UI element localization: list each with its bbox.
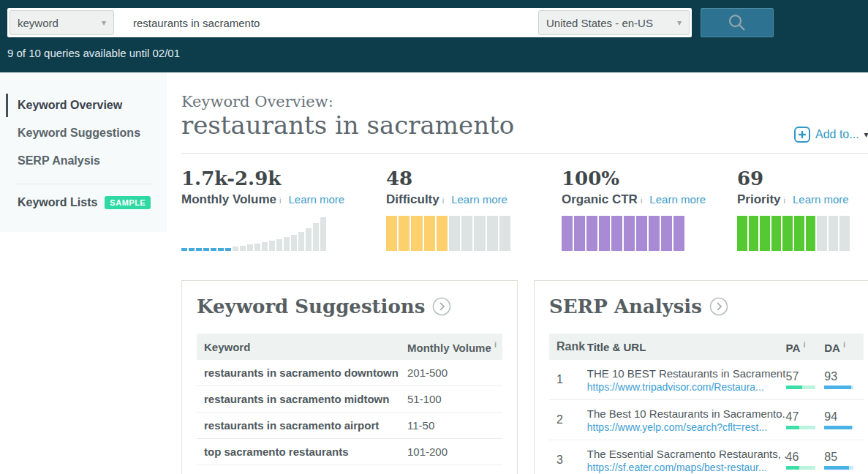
da-bar-fill xyxy=(824,385,851,389)
da-value: 94 xyxy=(824,410,864,424)
main-content: Keyword Overview: restaurants in sacrame… xyxy=(167,72,868,474)
da-bar xyxy=(824,426,853,429)
sidebar-item-keyword-suggestions[interactable]: Keyword Suggestions xyxy=(0,119,167,147)
serp-table-header: Rank Title & URL PA i DA i xyxy=(549,334,864,360)
pa-bar-fill xyxy=(786,466,799,470)
suggestion-volume: 101-200 xyxy=(407,445,502,458)
sidebar-divider xyxy=(15,184,152,184)
serp-result-url[interactable]: https://sf.eater.com/maps/best-restaur..… xyxy=(587,461,786,474)
learn-more-link[interactable]: Learn more xyxy=(793,193,849,206)
suggestion-keyword[interactable]: restaurants in sacramento airport xyxy=(197,419,407,432)
suggestions-table-body: restaurants in sacramento downtown201-50… xyxy=(197,360,502,465)
metric-value: 1.7k-2.9k xyxy=(181,168,344,189)
histogram-bar xyxy=(254,244,260,251)
search-type-select[interactable]: keyword ▾ xyxy=(10,10,114,35)
metric-chart xyxy=(386,216,510,251)
metric-label-row: Monthly VolumeiLearn more xyxy=(181,192,344,207)
suggestion-volume: 201-500 xyxy=(407,366,502,379)
serp-title-url: The Essential Sacramento Restaurants, ..… xyxy=(587,447,786,474)
serp-table-body: 1THE 10 BEST Restaurants in Sacrament...… xyxy=(549,360,864,474)
suggestion-keyword[interactable]: restaurants in sacramento downtown xyxy=(197,366,407,379)
metric-label-row: PriorityiLearn more xyxy=(737,192,850,207)
open-panel-chevron-icon[interactable] xyxy=(709,297,728,316)
segment-bar xyxy=(806,216,816,251)
info-icon[interactable]: i xyxy=(784,196,785,205)
suggestion-row: restaurants in sacramento airport11-50 xyxy=(197,413,502,439)
serp-pa: 46 xyxy=(786,451,825,470)
segment-bar xyxy=(817,216,827,251)
open-panel-chevron-icon[interactable] xyxy=(432,297,451,316)
plus-icon xyxy=(794,127,810,143)
serp-pa: 57 xyxy=(786,370,825,389)
info-icon[interactable]: i xyxy=(803,340,805,349)
info-icon[interactable]: i xyxy=(843,340,845,349)
col-da: DA i xyxy=(824,340,864,354)
pa-value: 47 xyxy=(786,410,825,424)
search-input[interactable] xyxy=(126,10,535,35)
search-button[interactable] xyxy=(701,8,774,37)
histogram-bar xyxy=(181,248,187,251)
learn-more-link[interactable]: Learn more xyxy=(649,193,706,206)
suggestion-volume: 51-100 xyxy=(407,393,502,405)
col-pa: PA i xyxy=(786,340,825,354)
metric-priority: 69PriorityiLearn more xyxy=(737,168,850,251)
metric-chart xyxy=(562,216,684,251)
metric-label: Difficulty xyxy=(386,192,439,207)
segment-bar xyxy=(424,216,435,251)
info-icon[interactable]: i xyxy=(279,196,281,205)
sidebar-item-keyword-lists[interactable]: Keyword Lists SAMPLE xyxy=(0,192,167,214)
serp-panel-title: SERP Analysis xyxy=(549,296,702,317)
locale-value: United States - en-US xyxy=(546,17,653,29)
suggestion-row: restaurants in sacramento midtown51-100 xyxy=(197,386,502,413)
histogram-bar xyxy=(262,242,268,251)
histogram-bar xyxy=(211,248,216,251)
histogram-bar xyxy=(320,217,326,251)
serp-pa: 47 xyxy=(786,410,825,429)
da-bar xyxy=(824,466,853,470)
metric-monthly-volume: 1.7k-2.9kMonthly VolumeiLearn more xyxy=(181,168,344,251)
locale-select[interactable]: United States - en-US ▾ xyxy=(538,10,690,35)
suggestion-volume: 11-50 xyxy=(407,419,502,432)
serp-title-url: The Best 10 Restaurants in Sacramento...… xyxy=(587,407,786,434)
info-icon[interactable]: i xyxy=(442,196,444,205)
segment-bar xyxy=(661,216,672,251)
learn-more-link[interactable]: Learn more xyxy=(288,193,344,206)
metric-label: Organic CTR xyxy=(562,192,638,207)
serp-result-url[interactable]: https://www.yelp.com/search?cflt=rest... xyxy=(587,421,786,434)
histogram-bar xyxy=(247,244,253,251)
metric-chart xyxy=(181,216,328,251)
chevron-down-icon: ▾ xyxy=(677,18,682,28)
serp-rank: 3 xyxy=(549,454,587,467)
learn-more-link[interactable]: Learn more xyxy=(451,193,507,206)
info-icon[interactable]: i xyxy=(641,196,642,205)
sidebar-item-keyword-overview[interactable]: Keyword Overview xyxy=(0,91,167,119)
histogram-bar xyxy=(313,223,319,251)
metric-label: Monthly Volume xyxy=(181,192,276,207)
suggestion-keyword[interactable]: restaurants in sacramento midtown xyxy=(197,393,407,405)
metric-organic-ctr: 100%Organic CTRiLearn more xyxy=(562,168,706,251)
segment-bar xyxy=(749,216,759,251)
add-to-button[interactable]: Add to... ▾ xyxy=(794,127,868,143)
segment-bar xyxy=(386,216,397,251)
chevron-down-icon: ▾ xyxy=(864,129,868,140)
suggestion-keyword[interactable]: top sacramento restaurants xyxy=(197,445,407,458)
serp-result-url[interactable]: https://www.tripadvisor.com/Restaura... xyxy=(587,380,786,394)
pa-bar-fill xyxy=(786,385,803,389)
segment-bar xyxy=(794,216,804,251)
info-icon[interactable]: i xyxy=(494,340,497,349)
segment-bar xyxy=(624,216,635,251)
sidebar-item-serp-analysis[interactable]: SERP Analysis xyxy=(0,147,167,175)
histogram-bar xyxy=(306,228,312,251)
query-quota-text: 9 of 10 queries available until 02/01 xyxy=(7,47,180,59)
segment-bar xyxy=(437,216,448,251)
segment-bar xyxy=(562,216,573,251)
histogram-bar xyxy=(203,248,209,251)
serp-rank: 1 xyxy=(549,373,587,386)
metric-label-row: DifficultyiLearn more xyxy=(386,192,510,207)
segment-bar xyxy=(636,216,647,251)
col-title-url: Title & URL xyxy=(587,341,786,353)
col-rank: Rank xyxy=(549,340,587,353)
segment-bar xyxy=(839,216,850,251)
top-search-bar: keyword ▾ United States - en-US ▾ 9 of 1… xyxy=(0,0,868,72)
app-window: keyword ▾ United States - en-US ▾ 9 of 1… xyxy=(0,0,868,474)
